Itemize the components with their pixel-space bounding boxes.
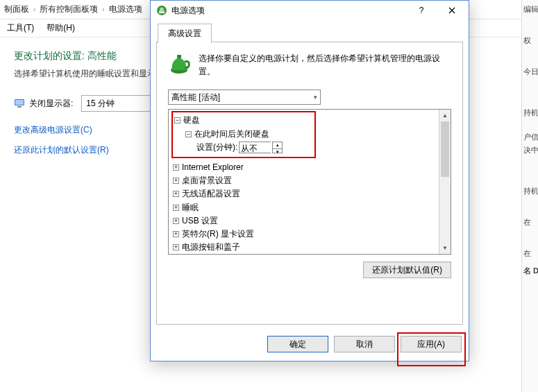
collapse-icon[interactable]: − — [185, 131, 192, 137]
sidebar-text: 在 — [522, 216, 538, 229]
power-options-dialog: 电源选项 ? 高级设置 选择你要自定义的电源计划，然后选择你希望计算机管理的电源… — [150, 0, 469, 361]
svg-rect-6 — [177, 55, 181, 58]
turn-off-display-dropdown[interactable]: 15 分钟 — [81, 95, 151, 112]
power-plan-value: 高性能 [活动] — [171, 92, 220, 103]
expand-icon[interactable]: + — [173, 218, 179, 224]
sidebar-text: 持机 — [522, 185, 538, 198]
tree-node-sleep[interactable]: 睡眠 — [182, 201, 199, 214]
tree-scrollbar[interactable]: ▲ ▼ — [439, 110, 451, 254]
sidebar-text: 在 — [522, 247, 538, 260]
chevron-down-icon: ▾ — [314, 94, 317, 101]
setting-minutes-value: 从不 — [241, 144, 258, 153]
sidebar-text: 持机 — [522, 106, 538, 119]
restore-plan-defaults-button[interactable]: 还原计划默认值(R) — [363, 262, 451, 278]
svg-rect-2 — [17, 106, 22, 108]
help-button[interactable]: ? — [406, 1, 437, 20]
setting-minutes-label: 设置(分钟): — [196, 141, 237, 154]
turn-off-display-value: 15 分钟 — [86, 98, 115, 110]
scroll-down-icon[interactable]: ▼ — [439, 242, 451, 254]
breadcrumb-part[interactable]: 所有控制面板项 — [40, 3, 98, 15]
tree-node-turn-off-hdd[interactable]: 在此时间后关闭硬盘 — [194, 128, 269, 141]
expand-icon[interactable]: + — [173, 231, 179, 237]
dialog-intro: 选择你要自定义的电源计划，然后选择你希望计算机管理的电源设置。 — [199, 52, 451, 78]
spin-up-icon[interactable]: ▲ — [273, 142, 282, 150]
sidebar-text: 名 D — [522, 264, 538, 278]
monitor-icon — [14, 98, 25, 109]
chevron-right-icon: › — [33, 6, 35, 13]
expand-icon[interactable]: + — [173, 244, 179, 250]
sidebar-text: 决中 — [522, 144, 538, 157]
power-plan-icon — [168, 52, 192, 76]
turn-off-display-label: 关闭显示器: — [29, 98, 73, 110]
sidebar-truncated: 编辑 权 今日 持机 户信 决中 持机 在 在 名 D — [521, 0, 538, 392]
expand-icon[interactable]: + — [173, 164, 179, 171]
close-button[interactable] — [437, 1, 467, 20]
sidebar-text: 权 — [522, 34, 538, 47]
sidebar-text: 今日 — [522, 65, 538, 78]
sidebar-text: 编辑 — [522, 3, 538, 16]
tree-node-power-button[interactable]: 电源按钮和盖子 — [182, 241, 240, 254]
tree-node-usb[interactable]: USB 设置 — [182, 214, 218, 228]
apply-button[interactable]: 应用(A) — [401, 336, 462, 352]
tree-node-ie[interactable]: Internet Explorer — [182, 161, 244, 174]
tab-advanced[interactable]: 高级设置 — [158, 24, 212, 43]
collapse-icon[interactable]: − — [174, 117, 180, 123]
spin-down-icon[interactable]: ▼ — [273, 149, 282, 156]
breadcrumb-part[interactable]: 制面板 — [4, 3, 29, 15]
power-plan-dropdown[interactable]: 高性能 [活动] ▾ — [168, 90, 321, 105]
sidebar-text: 户信 — [522, 130, 538, 144]
expand-icon[interactable]: + — [173, 178, 179, 184]
tree-node-desktop-bg[interactable]: 桌面背景设置 — [182, 174, 232, 187]
power-icon — [156, 5, 167, 16]
title-bar: 电源选项 ? — [151, 1, 469, 20]
svg-rect-1 — [15, 100, 24, 105]
chevron-right-icon: › — [102, 6, 104, 13]
tree-node-wireless[interactable]: 无线适配器设置 — [182, 187, 240, 201]
menu-tools[interactable]: 工具(T) — [7, 22, 34, 34]
ok-button[interactable]: 确定 — [267, 336, 328, 352]
scroll-up-icon[interactable]: ▲ — [439, 110, 451, 121]
scroll-thumb[interactable] — [441, 121, 449, 177]
highlight-hard-disk: −硬盘 −在此时间后关闭硬盘 设置(分钟): 从不 ▲▼ — [171, 111, 316, 158]
menu-help[interactable]: 帮助(H) — [47, 22, 75, 34]
tree-node-hard-disk[interactable]: 硬盘 — [183, 114, 200, 127]
expand-icon[interactable]: + — [173, 205, 179, 211]
expand-icon[interactable]: + — [173, 191, 179, 197]
tree-node-intel-graphics[interactable]: 英特尔(R) 显卡设置 — [182, 228, 254, 241]
dialog-title: 电源选项 — [171, 5, 406, 17]
svg-rect-4 — [159, 12, 165, 13]
cancel-button[interactable]: 取消 — [334, 336, 395, 352]
spinner-control[interactable]: ▲▼ — [272, 142, 283, 153]
breadcrumb-part[interactable]: 电源选项 — [109, 3, 142, 15]
setting-minutes-input[interactable]: 从不 — [239, 142, 271, 153]
settings-tree[interactable]: −硬盘 −在此时间后关闭硬盘 设置(分钟): 从不 ▲▼ +Internet E… — [169, 110, 439, 254]
